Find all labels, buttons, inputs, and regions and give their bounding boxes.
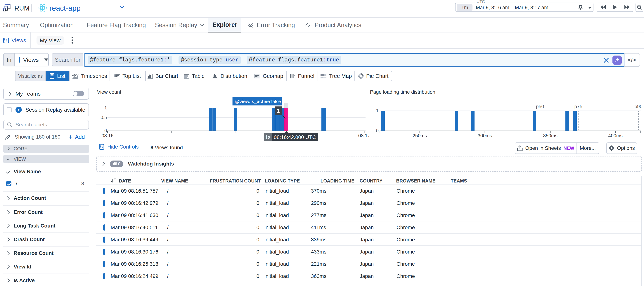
svg-text:0: 0: [104, 128, 107, 133]
svg-text:350ms: 350ms: [543, 133, 558, 138]
svg-text:08:16:42.000 UTC: 08:16:42.000 UTC: [274, 134, 316, 140]
svg-text:400ms: 400ms: [608, 133, 622, 138]
svg-text:1: 1: [104, 105, 107, 110]
svg-text:1: 1: [376, 108, 378, 113]
svg-text:08:16: 08:16: [102, 133, 114, 138]
svg-text:1: 1: [277, 108, 280, 114]
svg-text:1s: 1s: [265, 134, 270, 140]
svg-text:250ms: 250ms: [412, 133, 427, 138]
svg-text:08:17: 08:17: [358, 133, 369, 138]
svg-text:0: 0: [376, 128, 378, 133]
svg-text:0.5: 0.5: [100, 115, 107, 120]
svg-text:p75: p75: [574, 104, 582, 109]
svg-text:p50: p50: [536, 104, 544, 109]
svg-text:p90: p90: [634, 104, 642, 109]
svg-text:300ms: 300ms: [478, 133, 492, 138]
svg-text:@view.is_active:false: @view.is_active:false: [235, 99, 281, 104]
